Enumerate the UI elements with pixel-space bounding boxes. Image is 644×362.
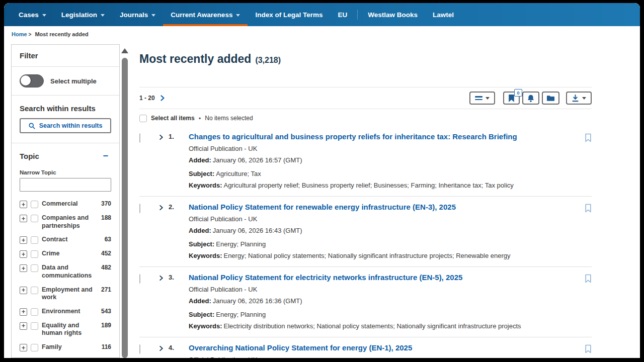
nav-current-awareness[interactable]: Current Awareness [163, 3, 248, 26]
item-bookmark-button[interactable] [585, 133, 592, 144]
topic-label[interactable]: Environment [42, 308, 98, 316]
item-checkbox[interactable] [139, 133, 140, 143]
topic-checkbox[interactable] [31, 215, 38, 222]
alert-button[interactable] [522, 92, 539, 105]
chevron-right-icon [159, 95, 166, 101]
item-bookmark-button[interactable] [585, 204, 592, 214]
nav-divider [357, 10, 358, 20]
topic-checkbox[interactable] [31, 344, 38, 351]
nav-legislation[interactable]: Legislation [54, 3, 112, 26]
search-within-button-label: Search within results [39, 122, 103, 129]
topic-label[interactable]: Contract [42, 236, 101, 244]
expand-plus-icon[interactable] [20, 308, 27, 316]
item-bookmark-button[interactable] [585, 344, 592, 355]
expand-plus-icon[interactable] [20, 264, 27, 272]
topic-count: 452 [101, 250, 111, 257]
topic-row-data-communications: Data and communications 482 [20, 261, 111, 283]
expand-plus-icon[interactable] [20, 344, 27, 351]
topic-checkbox[interactable] [31, 250, 38, 258]
chevron-down-icon [236, 14, 240, 17]
expand-chevron-icon[interactable] [158, 345, 164, 351]
topic-row-finance: Finance 577 [20, 354, 111, 358]
results-toolbar: 0 [469, 92, 592, 105]
nav-cases[interactable]: Cases [11, 3, 54, 26]
expand-plus-icon[interactable] [20, 287, 27, 294]
topic-label[interactable]: Commercial [42, 200, 98, 208]
nav-index-of-legal-terms[interactable]: Index of Legal Terms [248, 3, 330, 26]
select-all-checkbox[interactable] [139, 115, 147, 122]
nav-label: EU [338, 11, 347, 19]
nav-label: Legislation [61, 11, 97, 19]
breadcrumb-home-link[interactable]: Home [12, 31, 27, 37]
expand-plus-icon[interactable] [20, 322, 27, 330]
publication-type: Official Publication - UK [189, 145, 579, 153]
result-title-link[interactable]: National Policy Statement for electricit… [189, 273, 579, 282]
topic-row-crime: Crime 452 [20, 247, 111, 261]
topic-label[interactable]: Data and communications [42, 264, 98, 280]
expand-chevron-icon[interactable] [158, 205, 164, 211]
nav-label: Journals [120, 11, 148, 19]
expand-chevron-icon[interactable] [158, 275, 164, 281]
topic-row-equality: Equality and human rights 189 [20, 319, 111, 340]
bookmark-count-badge: 0 [514, 89, 522, 97]
nav-journals[interactable]: Journals [112, 3, 163, 26]
nav-label: Cases [19, 11, 39, 19]
chevron-down-icon [151, 14, 155, 17]
item-number: 2. [169, 203, 189, 211]
folder-icon [546, 95, 555, 102]
topic-count: 116 [102, 343, 111, 351]
item-number: 1. [169, 132, 189, 140]
topic-label[interactable]: Family [42, 343, 98, 351]
topic-checkbox[interactable] [31, 322, 38, 330]
added-line: Added:January 06, 2026 16:43 (GMT) [189, 227, 579, 235]
nav-westlaw-books[interactable]: Westlaw Books [360, 3, 425, 26]
select-multiple-toggle[interactable] [20, 74, 44, 87]
topic-checkbox[interactable] [31, 308, 38, 316]
results-list: 1. Changes to agricultural and business … [139, 126, 592, 358]
item-bookmark-button[interactable] [585, 274, 592, 285]
topic-count: 271 [101, 286, 111, 294]
bookmark-button[interactable]: 0 [503, 92, 520, 105]
result-title-link[interactable]: National Policy Statement for renewable … [189, 203, 579, 212]
nav-lawtel[interactable]: Lawtel [425, 3, 461, 26]
app-window: Cases Legislation Journals Current Aware… [4, 3, 640, 358]
topic-label[interactable]: Employment and work [42, 286, 98, 302]
display-options-button[interactable] [469, 92, 495, 105]
result-title-link[interactable]: Changes to agricultural and business pro… [189, 132, 579, 141]
subject-line: Subject:Energy; Planning [189, 240, 579, 248]
item-checkbox[interactable] [139, 274, 140, 284]
topic-label[interactable]: Equality and human rights [42, 322, 98, 337]
toggle-knob [21, 75, 31, 85]
nav-label: Current Awareness [171, 11, 232, 19]
topic-label[interactable]: Finance [42, 357, 98, 358]
collapse-topic-icon[interactable]: − [100, 151, 111, 161]
filter-title: Filter [20, 51, 111, 60]
topic-label[interactable]: Crime [42, 250, 98, 258]
expand-plus-icon[interactable] [20, 215, 27, 222]
topic-checkbox[interactable] [31, 236, 38, 244]
sidebar-scrollbar [121, 44, 129, 358]
topic-label[interactable]: Companies and partnerships [42, 214, 98, 230]
search-within-results-button[interactable]: Search within results [20, 118, 111, 133]
expand-plus-icon[interactable] [20, 250, 27, 258]
expand-plus-icon[interactable] [20, 236, 27, 244]
download-button[interactable] [566, 92, 592, 105]
scroll-up-arrow-icon[interactable] [121, 48, 128, 53]
expand-chevron-icon[interactable] [158, 134, 164, 140]
publication-type: Official Publication - UK [189, 356, 579, 358]
topic-checkbox[interactable] [31, 264, 38, 272]
scrollbar-thumb[interactable] [122, 58, 128, 358]
topic-count: 482 [101, 264, 111, 272]
narrow-topic-input[interactable] [20, 178, 111, 192]
item-checkbox[interactable] [139, 344, 140, 354]
nav-eu[interactable]: EU [330, 3, 355, 26]
result-title-link[interactable]: Overarching National Policy Statement fo… [189, 343, 579, 352]
topic-checkbox[interactable] [31, 201, 38, 208]
result-count: (3,218) [255, 56, 281, 65]
next-page-button[interactable] [159, 95, 166, 101]
folder-button[interactable] [542, 92, 559, 105]
item-checkbox[interactable] [139, 204, 140, 213]
expand-plus-icon[interactable] [20, 201, 27, 208]
item-number: 4. [169, 343, 189, 351]
topic-checkbox[interactable] [31, 287, 38, 294]
